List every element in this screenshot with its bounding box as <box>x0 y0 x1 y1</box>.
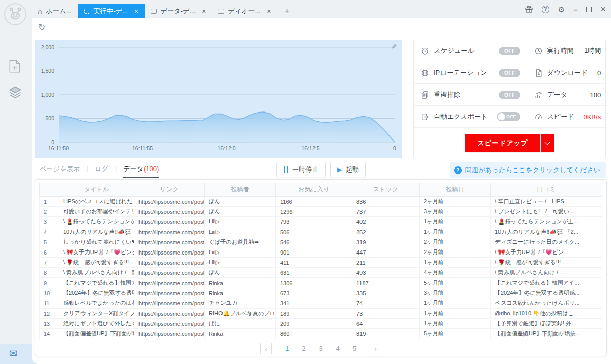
page-4[interactable]: 4 <box>336 345 340 352</box>
author-cell: ぽん <box>205 268 276 278</box>
svg-text:16:12:0: 16:12:0 <box>217 145 235 151</box>
speedup-dropdown-button[interactable] <box>540 134 554 152</box>
favorites-cell: 1166 <box>276 197 352 207</box>
help-link[interactable]: ? 問題があったらここをクリックしてください <box>450 162 606 178</box>
link-cell: https://lipscosme.com/posts/704... <box>134 197 205 207</box>
tab-home[interactable]: ⌂ホーム... <box>32 4 78 18</box>
close-tab-icon[interactable]: × <box>202 7 206 15</box>
date-cell: 3ヶ月前 <box>420 207 491 217</box>
author-cell: Liii▷ <box>205 227 276 237</box>
alarm-off-badge[interactable]: OFF <box>499 47 520 55</box>
question-icon: ? <box>454 166 462 174</box>
task-list-icon[interactable] <box>8 86 22 101</box>
gift-icon[interactable] <box>525 5 533 13</box>
view-tab-log[interactable]: ログ <box>95 164 108 177</box>
title-cell: LIPSのベスコスに選ばれたコス... <box>59 197 134 207</box>
author-cell: Liii▷ <box>205 217 276 227</box>
stock-cell: 74 <box>352 298 420 309</box>
speedup-label[interactable]: スピードアップ <box>465 134 541 152</box>
clock-value: 1時間 <box>584 46 601 55</box>
link-cell: https://lipscosme.com/posts/706... <box>134 217 205 227</box>
row-number: 7 <box>40 258 59 268</box>
dedup-off-badge[interactable]: OFF <box>499 91 520 99</box>
traffic-area-chart: 05001,0001,5002,00016:11:5016:11:5516:12… <box>35 40 402 158</box>
date-cell: 4ヶ月前 <box>420 268 491 278</box>
link-cell: https://lipscosme.com/posts/709... <box>134 309 205 319</box>
status-cell-export: 自動エクスポートOFF <box>414 106 527 128</box>
toolbar-divider <box>50 22 50 33</box>
stock-cell: 836 <box>352 197 420 207</box>
favorites-cell: 341 <box>276 298 352 309</box>
author-cell: チャンユカ <box>205 298 276 309</box>
review-cell: 10万人のリアルな声‼📣💬 『2... <box>491 227 602 237</box>
stock-cell: 252 <box>352 227 420 237</box>
tab-task-1[interactable]: 実行中-デ...× <box>78 4 145 18</box>
refresh-icon[interactable]: ↻ <box>38 22 45 33</box>
page-1[interactable]: 1 <box>285 345 289 352</box>
start-button[interactable]: ▶ 起動 <box>330 162 366 177</box>
author-cell: Liii▷ <box>205 258 276 268</box>
title-cell: \ 🌹統一感が可愛すぎる!!!... <box>59 258 134 268</box>
minimize-icon[interactable]: – <box>573 6 577 13</box>
mail-icon[interactable]: ✉ <box>9 347 18 359</box>
tab-task-3[interactable]: ディオー...× <box>212 4 277 18</box>
author-cell: ぐぱ子のお道具箱➡ <box>205 237 276 247</box>
view-tab-label: ログ <box>95 165 108 173</box>
link-cell: https://lipscosme.com/posts/700... <box>134 237 205 247</box>
view-tab-page[interactable]: ページを表示 <box>40 164 80 177</box>
tab-task-2[interactable]: データ-デ...× <box>145 4 212 18</box>
new-task-icon[interactable] <box>8 59 21 75</box>
main-content: ↻ 05001,0001,5002,00016:11:5016:11:5516:… <box>32 18 611 364</box>
author-cell: Rinka <box>205 288 276 298</box>
page-5[interactable]: 5 <box>353 345 356 352</box>
status-cell-alarm: スケジュールOFF <box>414 40 527 62</box>
favorites-cell: 189 <box>276 309 352 319</box>
data-count-link[interactable]: 100 <box>590 91 601 99</box>
edit-pencil-icon[interactable]: ✎ <box>390 44 398 49</box>
pause-button[interactable]: 一時停止 <box>276 162 326 177</box>
prev-page-button[interactable]: ‹ <box>260 343 272 354</box>
start-button-label: 起動 <box>346 165 359 174</box>
table-row: 7\ 🌹統一感が可愛すぎる!!!...https://lipscosme.com… <box>40 258 602 268</box>
date-cell: 2ヶ月前 <box>420 237 491 247</box>
page-3[interactable]: 3 <box>319 345 322 352</box>
next-page-button[interactable]: › <box>370 343 381 354</box>
row-number: 13 <box>40 319 59 329</box>
maximize-icon[interactable] <box>586 7 592 12</box>
row-number: 3 <box>40 217 59 227</box>
date-cell: 1ヶ月前 <box>420 258 491 268</box>
close-window-icon[interactable]: × <box>600 5 606 14</box>
globe-off-badge[interactable]: OFF <box>499 69 520 77</box>
status-cell-dedup: 重複排除OFF <box>414 84 527 106</box>
close-tab-icon[interactable]: × <box>134 7 138 15</box>
help-icon[interactable]: ? <box>542 6 549 13</box>
view-tab-data[interactable]: データ(100) <box>123 164 159 178</box>
column-header: 口コミ <box>491 183 602 197</box>
svg-text:2,000: 2,000 <box>41 44 54 50</box>
stock-cell: 402 <box>352 217 420 227</box>
page-2[interactable]: 2 <box>302 345 306 352</box>
link-cell: https://lipscosme.com/posts/695... <box>134 207 205 217</box>
review-cell: 【顔面偏差値UP】下顔面が垢抜... <box>491 329 602 339</box>
stock-cell: 447 <box>352 247 420 258</box>
view-tab-label: データ <box>123 165 144 173</box>
status-cell-data: データ100 <box>527 84 608 106</box>
close-tab-icon[interactable]: × <box>267 7 271 15</box>
tab-label: 実行中-デ... <box>94 7 128 16</box>
table-row: 5しっかり盛れて崩れにくい❤ 先...https://lipscosme.com… <box>40 237 602 247</box>
speed-icon <box>534 113 543 121</box>
export-toggle[interactable]: OFF <box>497 112 520 121</box>
row-number: 6 <box>40 247 59 258</box>
clock-icon <box>534 47 543 55</box>
download-count-link[interactable]: 0 <box>597 69 601 77</box>
column-header: 投稿日 <box>420 183 491 197</box>
row-number: 12 <box>40 309 59 319</box>
new-tab-button[interactable]: + <box>277 4 296 18</box>
stock-cell: 73 <box>352 309 420 319</box>
review-cell: 【これマジで盛れる】韓国アイ... <box>491 278 602 288</box>
svg-text:1,500: 1,500 <box>41 68 54 74</box>
settings-gear-icon[interactable]: ⚙ <box>558 6 565 13</box>
svg-text:500: 500 <box>45 115 54 121</box>
date-cell: 5ヶ月前 <box>420 278 491 288</box>
speedup-button[interactable]: スピードアップ <box>465 134 554 152</box>
